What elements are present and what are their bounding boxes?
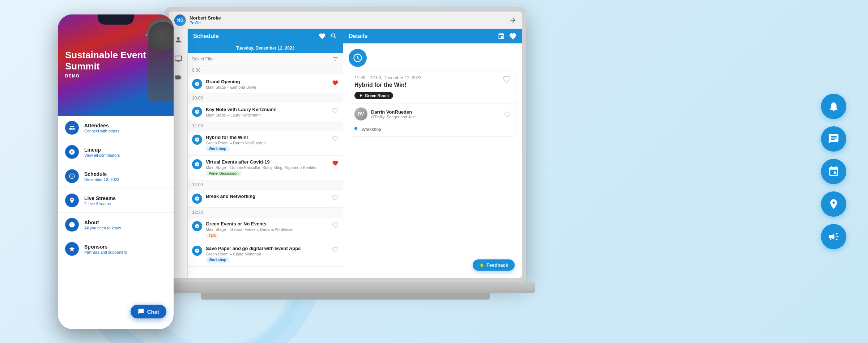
float-btn-schedule[interactable] [821,159,846,184]
favorite-btn-3[interactable] [332,135,339,142]
search-icon[interactable] [330,33,337,40]
schedule-filter: Select Filter [188,53,343,65]
detail-time-range: 11:00 – 12:00, December 12, 2023 [354,75,421,80]
schedule-item-keynote[interactable]: Key Note with Laury Kertzmann Main Stage… [188,103,343,121]
favorite-icon[interactable] [319,33,326,40]
calendar-icon[interactable] [498,33,505,40]
details-header-icons [498,33,516,40]
bell-icon [828,101,839,112]
time-1230: 12:30 [188,208,343,217]
favorite-btn-7[interactable] [332,246,339,253]
detail-tag-row: Workshop [349,124,516,136]
forward-icon[interactable] [509,17,516,24]
schedule-item-virtual-events[interactable]: Virtual Events after Covid-19 Main Stage… [188,156,343,180]
sponsors-text: Sponsors Partners and supporters [84,244,127,254]
chat-icon [828,133,839,145]
detail-room-label: Green Room [365,93,389,98]
speaker-heart[interactable] [504,111,511,118]
float-btn-chat[interactable] [821,126,846,152]
session-title-1: Grand Opening [206,79,328,84]
schedule-item-grand-opening[interactable]: Grand Opening Main Stage – Edmond Boyle [188,75,343,93]
feedback-button[interactable]: Feedback [473,259,515,271]
schedule-item-break[interactable]: Break and Networking [188,190,343,208]
session-icon-4 [192,159,202,169]
detail-card-heart[interactable] [503,75,511,83]
favorite-btn-5[interactable] [332,194,339,201]
people-icon [69,124,75,131]
about-label: About [84,220,121,225]
session-content-2: Key Note with Laury Kertzmann Main Stage… [206,107,328,117]
favorite-btn-1[interactable] [332,80,339,86]
session-content-6: Green Events or No Events Main Stage – G… [206,221,328,238]
schedule-list: 9:00 Grand Opening Main Stage – Edmond B… [188,65,343,278]
details-title: Details [349,33,367,39]
laptop-mockup: NS Norbert Sroke Profile [137,7,553,333]
speaker-info: Darrin VonRueden O'Reilly, Senger and Ja… [371,109,416,119]
menu-item-attendees[interactable]: Attendees Connect with others [58,116,174,140]
detail-card-top: 11:00 – 12:00, December 12, 2023 Hybrid … [349,71,516,103]
session-sub-3: Green Room – Darrin VonRueden [206,141,328,145]
about-text: About All you need to know [84,220,121,230]
sponsors-label: Sponsors [84,244,127,250]
favorite-btn-2[interactable] [332,107,339,114]
favorite-btn-4[interactable] [332,160,339,166]
float-btn-location[interactable] [821,191,846,217]
session-sub-4: Main Stage – Donnie Kassulke, Stacy Klin… [206,165,328,170]
info-icon [69,221,75,228]
laptop-base [156,282,535,293]
schedule-icon-bg [65,169,79,183]
session-title-5: Break and Networking [206,194,328,199]
menu-item-lineup[interactable]: Lineup View all contributors [58,140,174,164]
attendees-label: Attendees [84,123,119,128]
sponsors-icon-bg [65,242,79,256]
schedule-item-save-paper[interactable]: Save Paper and go digital with Event App… [188,242,343,267]
calendar-clock-icon [828,166,839,177]
session-content-3: Hybrid for the Win! Green Room – Darrin … [206,135,328,152]
schedule-sublabel: December 12, 2023 [84,177,119,182]
user-profile-link[interactable]: Profile [190,21,221,25]
menu-item-sponsors[interactable]: Sponsors Partners and supporters [58,237,174,261]
detail-tag-text: Workshop [362,127,381,132]
session-tag-7: Workshop [206,257,229,263]
live-streams-sublabel: 2 Live Streams [84,202,116,206]
float-btn-notification[interactable] [821,94,846,119]
session-sub-1: Main Stage – Edmond Boyle [206,85,328,89]
schedule-text: Schedule December 12, 2023 [84,171,119,182]
session-sub-6: Main Stage – Gerson Friesen, Dariana Win… [206,227,328,232]
heart-detail-icon[interactable] [509,33,516,40]
phone-notch [98,14,134,25]
session-icon-7 [192,246,202,256]
filter-icon[interactable] [332,56,339,62]
megaphone-icon [828,231,839,242]
lineup-icon-bg [65,145,79,159]
session-icon-6 [192,221,202,231]
menu-item-schedule[interactable]: Schedule December 12, 2023 [58,164,174,189]
about-sublabel: All you need to know [84,226,121,230]
mic-stand [148,22,174,101]
detail-speaker: DV Darrin VonRueden O'Reilly, Senger and… [349,103,516,124]
detail-room-btn[interactable]: Green Room [354,92,393,99]
favorite-btn-6[interactable] [332,222,339,228]
schedule-item-green-events[interactable]: Green Events or No Events Main Stage – G… [188,217,343,242]
phone-frame: Sustainable Event Summit DEMO Attendees … [58,14,174,329]
chat-button[interactable]: Chat [131,305,166,318]
float-btn-megaphone[interactable] [821,224,846,249]
topbar-icons [509,17,516,24]
laptop-content: Schedule Tuesday, December 12, 2023 Sele… [169,29,522,278]
about-icon-bg [65,218,79,232]
laptop-frame: NS Norbert Sroke Profile [165,7,526,282]
laptop-foot [201,293,490,300]
live-streams-text: Live Streams 2 Live Streams [84,195,116,206]
schedule-item-hybrid[interactable]: Hybrid for the Win! Green Room – Darrin … [188,131,343,156]
schedule-date: Tuesday, December 12, 2023 [188,43,343,53]
session-tag-6: Talk [206,233,218,238]
detail-tag-dot [354,127,357,130]
details-panel: Details [343,29,522,278]
schedule-header: Schedule [188,29,343,43]
menu-item-live-streams[interactable]: Live Streams 2 Live Streams [58,189,174,213]
laptop-screen: NS Norbert Sroke Profile [169,12,522,278]
menu-item-about[interactable]: About All you need to know [58,213,174,237]
session-content-1: Grand Opening Main Stage – Edmond Boyle [206,79,328,89]
user-avatar: NS [174,14,186,26]
feedback-label: Feedback [486,262,508,268]
